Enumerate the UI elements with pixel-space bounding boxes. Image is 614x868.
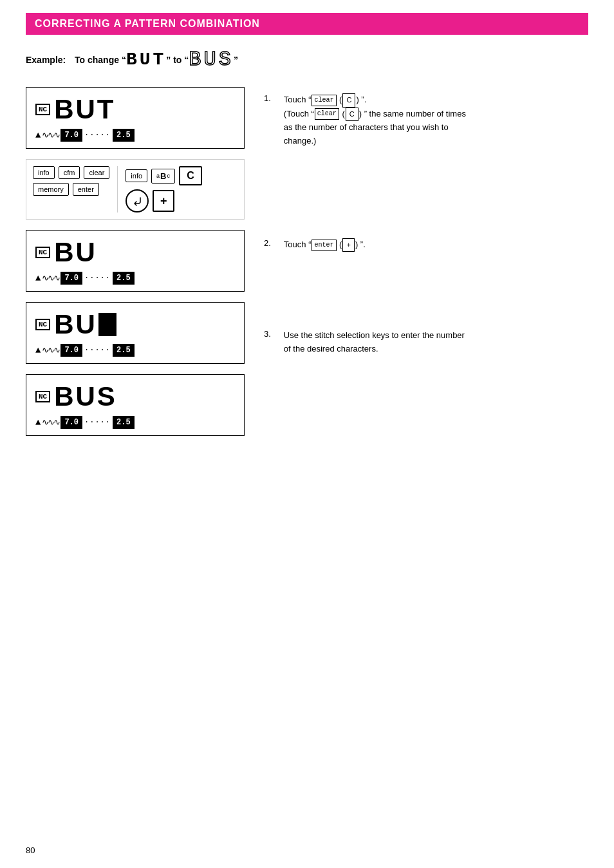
num2-badge-3: 2.5 (113, 344, 135, 357)
info-btn[interactable]: info (33, 166, 55, 179)
display-1-bottom: ▲ ∿∿∿ 7.0 ····· 2.5 (35, 129, 235, 142)
display-4: NC BUS ▲ ∿∿∿ 7.0 ····· 2.5 (26, 374, 245, 436)
c-key-inline-2: C (346, 108, 358, 122)
step-3-row: 3. Use the stitch selection keys to ente… (264, 329, 588, 356)
step-3: 3. Use the stitch selection keys to ente… (264, 329, 588, 356)
display-4-bottom: ▲ ∿∿∿ 7.0 ····· 2.5 (35, 416, 235, 429)
wave-1: ∿∿∿ (42, 130, 59, 140)
num1-badge-2: 7.0 (60, 272, 82, 285)
cfm-btn[interactable]: cfm (59, 166, 80, 179)
display-2: NC BU ▲ ∿∿∿ 7.0 ····· 2.5 (26, 230, 245, 292)
c-key-inline-1: C (342, 93, 355, 108)
nc-badge-3: NC (35, 319, 50, 330)
header-title: CORRECTING A PATTERN COMBINATION (35, 18, 260, 29)
plus-btn[interactable]: + (153, 190, 174, 212)
num1-badge-3: 7.0 (60, 344, 82, 357)
abc-btn[interactable]: aBc (151, 169, 175, 184)
c-btn[interactable]: C (179, 166, 202, 185)
wave-4: ∿∿∿ (42, 417, 59, 428)
example-label: Example: (26, 55, 71, 65)
example-end: ” (234, 55, 238, 65)
button-panel-right: info aBc C + (126, 166, 202, 212)
abc-small: a (156, 173, 160, 179)
wave-2: ∿∿∿ (42, 273, 59, 283)
step-3-text: Use the stitch selection keys to enter t… (284, 329, 465, 356)
num1-badge-1: 7.0 (60, 129, 82, 142)
panel-divider (117, 166, 118, 212)
step-2-text: Touch “enter (+) ”. (284, 238, 366, 252)
info-btn-right[interactable]: info (126, 169, 147, 182)
clear-btn[interactable]: clear (84, 166, 109, 179)
enter-badge-inline: enter (312, 240, 336, 251)
nc-badge-1: NC (35, 104, 50, 115)
step-2: 2. Touch “enter (+) ”. (264, 238, 588, 252)
cursor-arrow-4: ▲ (35, 417, 41, 428)
button-panel: info cfm clear memory enter info (26, 159, 245, 220)
btn-row-2: memory enter (33, 183, 109, 196)
display-3-top: NC BU (35, 309, 235, 340)
nc-badge-4: NC (35, 391, 50, 402)
wave-3: ∿∿∿ (42, 345, 59, 355)
right-column: 1. Touch “clear (C) ”. (Touch “clear (C)… (264, 87, 588, 446)
cursor-arrow-1: ▲ (35, 130, 41, 140)
main-layout: NC BUT ▲ ∿∿∿ 7.0 ····· 2.5 info cfm (26, 87, 588, 446)
step-1-row: 1. Touch “clear (C) ”. (Touch “clear (C)… (264, 93, 588, 148)
example-arrow: ” to “ (166, 55, 189, 65)
display-1-letters: BUT (54, 94, 115, 125)
enter-btn[interactable]: enter (73, 183, 99, 196)
display-3-letters: BU (54, 309, 97, 340)
display-1-top: NC BUT (35, 94, 235, 125)
right-row-2: + (126, 189, 202, 212)
left-column: NC BUT ▲ ∿∿∿ 7.0 ····· 2.5 info cfm (26, 87, 245, 446)
dots-4: ····· (84, 418, 111, 427)
memory-btn[interactable]: memory (33, 183, 69, 196)
clear-badge-inline: clear (312, 95, 336, 106)
cursor-block (98, 313, 116, 336)
cursor-arrow-3: ▲ (35, 345, 41, 355)
display-3-bottom: ▲ ∿∿∿ 7.0 ····· 2.5 (35, 344, 235, 357)
button-panel-left: info cfm clear memory enter (33, 166, 109, 212)
cursor-arrow-2: ▲ (35, 273, 41, 283)
num1-badge-4: 7.0 (60, 416, 82, 429)
abc-large: B (160, 171, 166, 181)
display-4-letters: BUS (54, 381, 117, 412)
header-bar: CORRECTING A PATTERN COMBINATION (26, 13, 588, 35)
display-4-top: NC BUS (35, 381, 235, 412)
return-icon (130, 194, 144, 208)
clear-badge-inline2: clear (315, 108, 339, 120)
page-number: 80 (26, 845, 35, 855)
display-2-letters: BU (54, 237, 97, 268)
dots-2: ····· (84, 274, 111, 283)
step-1-number: 1. (264, 93, 271, 148)
step-2-number: 2. (264, 238, 271, 252)
num2-badge-4: 2.5 (113, 416, 135, 429)
step-2-row: 2. Touch “enter (+) ”. (264, 238, 588, 252)
dots-3: ····· (84, 346, 111, 355)
example-to-text: BUS (189, 48, 234, 71)
display-2-top: NC BU (35, 237, 235, 268)
step-3-number: 3. (264, 329, 271, 356)
circle-btn[interactable] (126, 189, 149, 212)
example-description: To change “ (75, 55, 126, 65)
btn-row-1: info cfm clear (33, 166, 109, 179)
nc-badge-2: NC (35, 247, 50, 258)
num2-badge-1: 2.5 (113, 129, 135, 142)
display-1: NC BUT ▲ ∿∿∿ 7.0 ····· 2.5 (26, 87, 245, 149)
plus-key-inline: + (342, 238, 354, 252)
display-2-bottom: ▲ ∿∿∿ 7.0 ····· 2.5 (35, 272, 235, 285)
dots-1: ····· (84, 131, 111, 140)
abc-small2: c (167, 173, 170, 179)
num2-badge-2: 2.5 (113, 272, 135, 285)
display-3: NC BU ▲ ∿∿∿ 7.0 ····· 2.5 (26, 302, 245, 364)
example-from-text: BUT (126, 50, 166, 70)
example-line: Example: To change “ BUT ” to “ BUS ” (26, 48, 588, 71)
step-1-text: Touch “clear (C) ”. (Touch “clear (C) ” … (284, 93, 466, 148)
step-1: 1. Touch “clear (C) ”. (Touch “clear (C)… (264, 93, 588, 148)
right-row-1: info aBc C (126, 166, 202, 185)
